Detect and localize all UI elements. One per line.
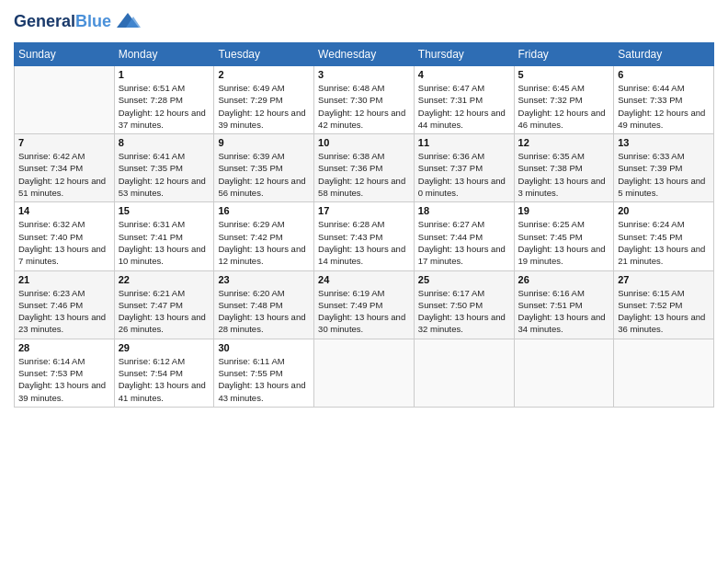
day-number: 30 (218, 342, 310, 353)
weekday-header-friday: Friday (514, 43, 614, 66)
calendar-cell: 18Sunrise: 6:27 AMSunset: 7:44 PMDayligh… (414, 202, 514, 270)
calendar-cell: 27Sunrise: 6:15 AMSunset: 7:52 PMDayligh… (614, 270, 714, 339)
day-info: Sunrise: 6:41 AMSunset: 7:35 PMDaylight:… (119, 150, 210, 199)
calendar-cell: 29Sunrise: 6:12 AMSunset: 7:54 PMDayligh… (114, 339, 214, 407)
calendar-cell: 22Sunrise: 6:21 AMSunset: 7:47 PMDayligh… (114, 270, 214, 339)
day-info: Sunrise: 6:24 AMSunset: 7:45 PMDaylight:… (618, 218, 710, 267)
week-row-4: 21Sunrise: 6:23 AMSunset: 7:46 PMDayligh… (15, 270, 714, 339)
weekday-header-tuesday: Tuesday (214, 43, 314, 66)
weekday-header-row: SundayMondayTuesdayWednesdayThursdayFrid… (15, 43, 714, 66)
day-number: 15 (119, 205, 210, 216)
calendar-cell (314, 339, 415, 407)
day-info: Sunrise: 6:27 AMSunset: 7:44 PMDaylight:… (418, 218, 510, 267)
day-info: Sunrise: 6:42 AMSunset: 7:34 PMDaylight:… (18, 150, 110, 199)
calendar-cell: 2Sunrise: 6:49 AMSunset: 7:29 PMDaylight… (214, 66, 314, 134)
calendar-cell: 3Sunrise: 6:48 AMSunset: 7:30 PMDaylight… (314, 66, 415, 134)
day-number: 2 (218, 69, 310, 80)
day-info: Sunrise: 6:14 AMSunset: 7:53 PMDaylight:… (18, 355, 110, 404)
calendar-cell: 1Sunrise: 6:51 AMSunset: 7:28 PMDaylight… (114, 66, 214, 134)
day-info: Sunrise: 6:15 AMSunset: 7:52 PMDaylight:… (618, 287, 710, 336)
calendar-cell: 16Sunrise: 6:29 AMSunset: 7:42 PMDayligh… (214, 202, 314, 270)
day-number: 6 (618, 69, 710, 80)
calendar-cell: 21Sunrise: 6:23 AMSunset: 7:46 PMDayligh… (15, 270, 115, 339)
day-info: Sunrise: 6:29 AMSunset: 7:42 PMDaylight:… (218, 218, 310, 267)
calendar-cell: 9Sunrise: 6:39 AMSunset: 7:35 PMDaylight… (214, 134, 314, 202)
calendar-cell: 26Sunrise: 6:16 AMSunset: 7:51 PMDayligh… (514, 270, 614, 339)
day-number: 26 (518, 274, 610, 285)
calendar-cell: 25Sunrise: 6:17 AMSunset: 7:50 PMDayligh… (414, 270, 514, 339)
day-info: Sunrise: 6:25 AMSunset: 7:45 PMDaylight:… (518, 218, 610, 267)
day-number: 1 (119, 69, 210, 80)
weekday-header-thursday: Thursday (414, 43, 514, 66)
weekday-header-monday: Monday (114, 43, 214, 66)
day-number: 20 (618, 205, 710, 216)
day-number: 12 (518, 137, 610, 148)
day-number: 29 (119, 342, 210, 353)
day-number: 25 (418, 274, 510, 285)
day-info: Sunrise: 6:12 AMSunset: 7:54 PMDaylight:… (119, 355, 210, 404)
day-number: 3 (318, 69, 410, 80)
day-info: Sunrise: 6:19 AMSunset: 7:49 PMDaylight:… (318, 287, 410, 336)
day-info: Sunrise: 6:48 AMSunset: 7:30 PMDaylight:… (318, 82, 410, 131)
day-info: Sunrise: 6:33 AMSunset: 7:39 PMDaylight:… (618, 150, 710, 199)
day-number: 24 (318, 274, 410, 285)
calendar-cell: 20Sunrise: 6:24 AMSunset: 7:45 PMDayligh… (614, 202, 714, 270)
day-number: 16 (218, 205, 310, 216)
day-number: 18 (418, 205, 510, 216)
weekday-header-sunday: Sunday (15, 43, 115, 66)
calendar-cell: 23Sunrise: 6:20 AMSunset: 7:48 PMDayligh… (214, 270, 314, 339)
calendar-cell (514, 339, 614, 407)
day-number: 11 (418, 137, 510, 148)
calendar-cell (15, 66, 115, 134)
logo-icon (115, 9, 141, 35)
calendar-cell: 24Sunrise: 6:19 AMSunset: 7:49 PMDayligh… (314, 270, 415, 339)
week-row-5: 28Sunrise: 6:14 AMSunset: 7:53 PMDayligh… (15, 339, 714, 407)
calendar-cell (614, 339, 714, 407)
day-info: Sunrise: 6:20 AMSunset: 7:48 PMDaylight:… (218, 287, 310, 336)
day-number: 23 (218, 274, 310, 285)
day-info: Sunrise: 6:23 AMSunset: 7:46 PMDaylight:… (18, 287, 110, 336)
day-info: Sunrise: 6:36 AMSunset: 7:37 PMDaylight:… (418, 150, 510, 199)
weekday-header-wednesday: Wednesday (314, 43, 415, 66)
day-info: Sunrise: 6:47 AMSunset: 7:31 PMDaylight:… (418, 82, 510, 131)
day-number: 21 (18, 274, 110, 285)
calendar-cell: 10Sunrise: 6:38 AMSunset: 7:36 PMDayligh… (314, 134, 415, 202)
logo-text: GeneralBlue (14, 13, 111, 31)
day-number: 7 (18, 137, 110, 148)
day-number: 5 (518, 69, 610, 80)
day-info: Sunrise: 6:45 AMSunset: 7:32 PMDaylight:… (518, 82, 610, 131)
day-number: 9 (218, 137, 310, 148)
calendar-cell: 8Sunrise: 6:41 AMSunset: 7:35 PMDaylight… (114, 134, 214, 202)
day-info: Sunrise: 6:21 AMSunset: 7:47 PMDaylight:… (119, 287, 210, 336)
day-number: 28 (18, 342, 110, 353)
day-info: Sunrise: 6:51 AMSunset: 7:28 PMDaylight:… (119, 82, 210, 131)
day-number: 8 (119, 137, 210, 148)
calendar-cell: 19Sunrise: 6:25 AMSunset: 7:45 PMDayligh… (514, 202, 614, 270)
calendar-cell (414, 339, 514, 407)
week-row-2: 7Sunrise: 6:42 AMSunset: 7:34 PMDaylight… (15, 134, 714, 202)
day-number: 13 (618, 137, 710, 148)
day-info: Sunrise: 6:44 AMSunset: 7:33 PMDaylight:… (618, 82, 710, 131)
day-number: 14 (18, 205, 110, 216)
day-number: 27 (618, 274, 710, 285)
calendar-cell: 4Sunrise: 6:47 AMSunset: 7:31 PMDaylight… (414, 66, 514, 134)
day-info: Sunrise: 6:11 AMSunset: 7:55 PMDaylight:… (218, 355, 310, 404)
calendar-cell: 7Sunrise: 6:42 AMSunset: 7:34 PMDaylight… (15, 134, 115, 202)
day-info: Sunrise: 6:35 AMSunset: 7:38 PMDaylight:… (518, 150, 610, 199)
week-row-3: 14Sunrise: 6:32 AMSunset: 7:40 PMDayligh… (15, 202, 714, 270)
day-info: Sunrise: 6:31 AMSunset: 7:41 PMDaylight:… (119, 218, 210, 267)
weekday-header-saturday: Saturday (614, 43, 714, 66)
calendar-table: SundayMondayTuesdayWednesdayThursdayFrid… (14, 42, 714, 408)
day-number: 17 (318, 205, 410, 216)
calendar-cell: 17Sunrise: 6:28 AMSunset: 7:43 PMDayligh… (314, 202, 415, 270)
calendar-cell: 6Sunrise: 6:44 AMSunset: 7:33 PMDaylight… (614, 66, 714, 134)
calendar-cell: 12Sunrise: 6:35 AMSunset: 7:38 PMDayligh… (514, 134, 614, 202)
calendar-cell: 5Sunrise: 6:45 AMSunset: 7:32 PMDaylight… (514, 66, 614, 134)
day-info: Sunrise: 6:16 AMSunset: 7:51 PMDaylight:… (518, 287, 610, 336)
calendar-cell: 28Sunrise: 6:14 AMSunset: 7:53 PMDayligh… (15, 339, 115, 407)
day-number: 19 (518, 205, 610, 216)
day-info: Sunrise: 6:32 AMSunset: 7:40 PMDaylight:… (18, 218, 110, 267)
week-row-1: 1Sunrise: 6:51 AMSunset: 7:28 PMDaylight… (15, 66, 714, 134)
calendar-cell: 30Sunrise: 6:11 AMSunset: 7:55 PMDayligh… (214, 339, 314, 407)
day-info: Sunrise: 6:38 AMSunset: 7:36 PMDaylight:… (318, 150, 410, 199)
